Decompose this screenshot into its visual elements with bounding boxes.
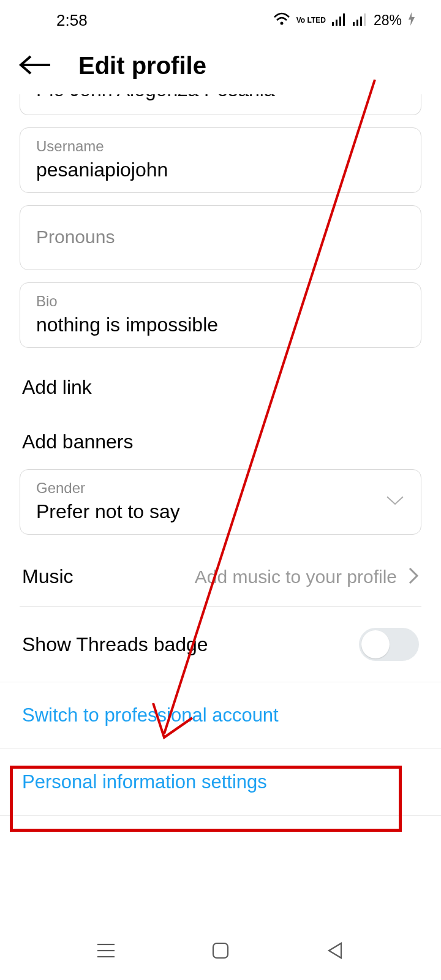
threads-row: Show Threads badge xyxy=(20,607,421,682)
music-label: Music xyxy=(22,565,74,588)
charging-icon xyxy=(408,11,415,30)
svg-rect-14 xyxy=(213,943,228,958)
pronouns-placeholder: Pronouns xyxy=(36,216,405,258)
gender-label: Gender xyxy=(36,480,180,497)
status-indicators: Vo LTED 28% xyxy=(273,11,415,30)
svg-rect-5 xyxy=(353,22,355,26)
svg-rect-2 xyxy=(336,20,337,26)
signal-icon-1 xyxy=(332,11,347,30)
home-icon[interactable] xyxy=(208,938,233,965)
music-row[interactable]: Music Add music to your profile xyxy=(20,547,421,607)
battery-text: 28% xyxy=(374,12,402,29)
add-banners-button[interactable]: Add banners xyxy=(20,415,421,469)
wifi-icon xyxy=(273,11,290,30)
username-label: Username xyxy=(36,138,405,155)
divider xyxy=(0,815,441,816)
chevron-down-icon xyxy=(385,494,405,509)
signal-icon-2 xyxy=(353,11,368,30)
svg-rect-7 xyxy=(360,17,362,26)
bio-value: nothing is impossible xyxy=(36,314,405,336)
name-value: Pio John Alegonza Pesania xyxy=(36,94,405,101)
status-time: 2:58 xyxy=(56,11,88,30)
username-value: pesaniapiojohn xyxy=(36,159,405,181)
system-nav-bar xyxy=(0,938,441,965)
svg-rect-8 xyxy=(364,13,366,26)
threads-label: Show Threads badge xyxy=(22,633,208,656)
name-field[interactable]: Pio John Alegonza Pesania xyxy=(20,94,421,115)
pronouns-field[interactable]: Pronouns xyxy=(20,205,421,270)
header: Edit profile xyxy=(0,35,441,94)
chevron-right-icon xyxy=(408,567,419,587)
personal-info-link[interactable]: Personal information settings xyxy=(20,749,421,815)
svg-rect-3 xyxy=(339,17,341,26)
back-arrow-icon[interactable] xyxy=(18,54,53,78)
switch-professional-link[interactable]: Switch to professional account xyxy=(20,682,421,748)
back-icon[interactable] xyxy=(323,938,347,965)
bio-field[interactable]: Bio nothing is impossible xyxy=(20,282,421,348)
username-field[interactable]: Username pesaniapiojohn xyxy=(20,127,421,193)
recent-apps-icon[interactable] xyxy=(94,938,118,965)
svg-rect-4 xyxy=(343,13,345,26)
page-title: Edit profile xyxy=(78,52,206,80)
threads-toggle[interactable] xyxy=(359,628,419,661)
svg-rect-1 xyxy=(332,22,334,26)
svg-point-0 xyxy=(280,22,283,25)
music-hint: Add music to your profile xyxy=(74,567,397,587)
svg-marker-15 xyxy=(329,943,341,958)
volte-icon: Vo LTED xyxy=(296,17,326,24)
add-link-button[interactable]: Add link xyxy=(20,360,421,415)
gender-field[interactable]: Gender Prefer not to say xyxy=(20,469,421,535)
svg-rect-6 xyxy=(356,20,358,26)
bio-label: Bio xyxy=(36,293,405,310)
status-bar: 2:58 Vo LTED 28% xyxy=(0,0,441,35)
gender-value: Prefer not to say xyxy=(36,500,180,523)
